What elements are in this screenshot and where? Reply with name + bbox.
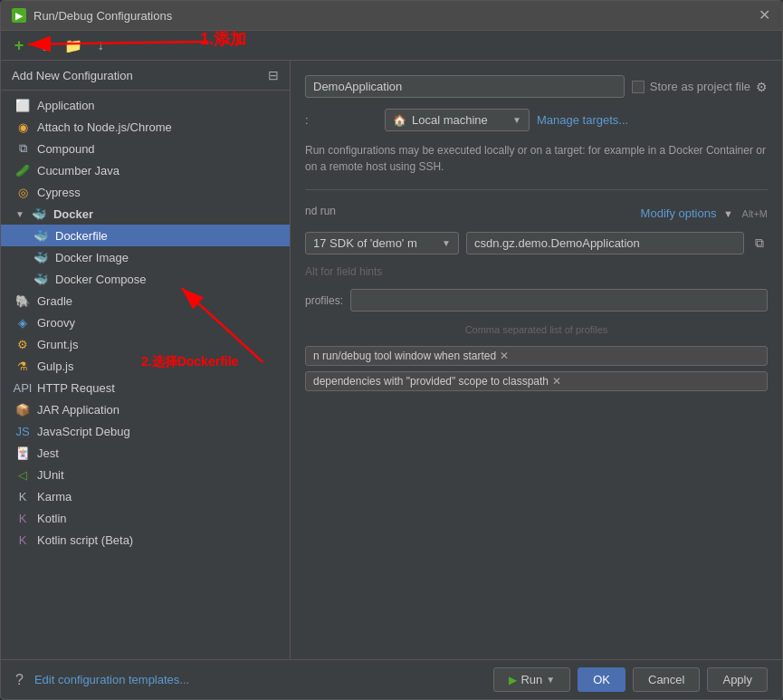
config-item-compound[interactable]: ⧉ Compound <box>1 138 290 159</box>
config-item-label: HTTP Request <box>37 381 115 395</box>
modify-options-dropdown[interactable]: ▼ <box>723 208 733 219</box>
config-item-label: Gradle <box>37 294 72 308</box>
config-item-label: Karma <box>37 490 72 503</box>
config-item-docker-image[interactable]: 🐳 Docker Image <box>1 246 290 268</box>
config-item-application[interactable]: ⬜ Application <box>1 94 290 116</box>
config-item-label: Groovy <box>37 316 75 330</box>
docker-compose-icon: 🐳 <box>33 272 48 286</box>
edit-templates-link[interactable]: Edit configuration templates... <box>34 673 189 686</box>
run-button[interactable]: ▶ Run ▼ <box>493 667 570 692</box>
bottom-bar: ? Edit configuration templates... ▶ Run … <box>1 659 782 699</box>
name-input[interactable] <box>305 75 625 98</box>
config-item-label: Jest <box>37 446 59 460</box>
sdk-dropdown[interactable]: 17 SDK of 'demo' m ▼ <box>305 232 459 254</box>
config-group-docker[interactable]: ▼ 🐳 Docker <box>1 203 290 225</box>
dockerfile-icon: 🐳 <box>33 228 48 243</box>
store-as-project-checkbox[interactable] <box>632 81 645 93</box>
sdk-label: 17 SDK of 'demo' m <box>313 236 417 250</box>
junit-icon: ◁ <box>15 467 30 482</box>
config-item-label: Compound <box>37 142 95 156</box>
config-item-docker-compose[interactable]: 🐳 Docker Compose <box>1 268 290 290</box>
chevron-down-icon: ▼ <box>15 209 24 219</box>
config-item-cypress[interactable]: ◎ Cypress <box>1 181 290 203</box>
config-item-karma[interactable]: K Karma <box>1 485 290 507</box>
dialog-title: Run/Debug Configurations <box>33 9 172 23</box>
add-config-label: Add New Configuration <box>12 69 133 82</box>
tag-close-2[interactable]: ✕ <box>552 375 561 388</box>
http-icon: API <box>15 380 30 395</box>
profiles-hint: Comma separated list of profiles <box>305 324 768 335</box>
config-item-javascript-debug[interactable]: JS JavaScript Debug <box>1 420 290 442</box>
target-label: Local machine <box>412 113 488 127</box>
sdk-row: 17 SDK of 'demo' m ▼ ⧉ <box>305 232 768 254</box>
tag-close-1[interactable]: ✕ <box>500 350 509 362</box>
js-debug-icon: JS <box>15 424 30 438</box>
config-item-gulpjs[interactable]: ⚗ Gulp.js <box>1 355 290 377</box>
house-icon: 🏠 <box>393 114 406 127</box>
tag-label-1: n run/debug tool window when started <box>313 350 496 362</box>
gradle-icon: 🐘 <box>15 293 30 308</box>
config-item-groovy[interactable]: ◈ Groovy <box>1 312 290 333</box>
config-item-kotlin-script[interactable]: K Kotlin script (Beta) <box>1 529 290 551</box>
cypress-icon: ◎ <box>15 185 30 199</box>
left-panel: Add New Configuration ⊟ ⬜ Application ◉ … <box>1 61 291 659</box>
section-divider <box>305 189 768 190</box>
target-colon: : <box>305 113 377 127</box>
jest-icon: 🃏 <box>15 446 30 460</box>
right-panel: Store as project file ⚙ : 🏠 Local machin… <box>291 61 782 659</box>
application-icon: ⬜ <box>15 98 30 112</box>
store-gear-icon[interactable]: ⚙ <box>756 80 768 94</box>
tag-chip-1: n run/debug tool window when started ✕ <box>305 346 768 366</box>
config-item-label: JUnit <box>37 468 64 482</box>
config-item-label: Attach to Node.js/Chrome <box>37 120 172 134</box>
ok-button[interactable]: OK <box>578 667 625 692</box>
hint-text: Alt for field hints <box>305 265 768 278</box>
config-item-gradle[interactable]: 🐘 Gradle <box>1 290 290 312</box>
config-item-label: Docker Compose <box>55 273 146 286</box>
dialog-icon: ▶ <box>12 8 26 23</box>
folder-button[interactable]: 📁 <box>62 34 84 56</box>
config-item-jar-application[interactable]: 📦 JAR Application <box>1 398 290 420</box>
manage-targets-link[interactable]: Manage targets... <box>537 113 628 127</box>
profiles-input[interactable] <box>350 289 768 312</box>
config-item-kotlin[interactable]: K Kotlin <box>1 507 290 529</box>
config-item-label: Application <box>37 99 95 112</box>
config-item-label: Cypress <box>37 186 81 199</box>
info-text: Run configurations may be executed local… <box>305 142 768 175</box>
config-item-dockerfile[interactable]: 🐳 Dockerfile <box>1 225 290 246</box>
run-label: Run <box>520 673 542 686</box>
cancel-button[interactable]: Cancel <box>633 667 700 692</box>
profiles-label: profiles: <box>305 294 343 307</box>
run-dropdown-arrow[interactable]: ▼ <box>546 675 555 685</box>
sdk-dropdown-arrow: ▼ <box>442 238 451 248</box>
compound-icon: ⧉ <box>15 141 30 156</box>
config-item-gruntjs[interactable]: ⚙ Grunt.js <box>1 333 290 355</box>
config-item-junit[interactable]: ◁ JUnit <box>1 464 290 485</box>
copy-to-clipboard-icon[interactable]: ⧉ <box>751 234 768 253</box>
tag-label-2: dependencies with "provided" scope to cl… <box>313 375 549 388</box>
config-item-attach-nodejs[interactable]: ◉ Attach to Node.js/Chrome <box>1 116 290 138</box>
sort-button[interactable]: ↕ <box>90 34 111 56</box>
name-row: Store as project file ⚙ <box>305 75 768 98</box>
filter-icon[interactable]: ⊟ <box>268 68 279 82</box>
config-item-label: Kotlin <box>37 512 67 525</box>
config-list: ⬜ Application ◉ Attach to Node.js/Chrome… <box>1 91 290 659</box>
apply-button[interactable]: Apply <box>707 667 768 692</box>
groovy-icon: ◈ <box>15 315 30 330</box>
close-button[interactable]: ✕ <box>759 9 771 22</box>
config-item-http-request[interactable]: API HTTP Request <box>1 377 290 398</box>
copy-configuration-button[interactable]: ⎘ <box>35 34 57 56</box>
add-configuration-button[interactable]: + <box>8 34 30 56</box>
config-item-cucumber-java[interactable]: 🥒 Cucumber Java <box>1 159 290 181</box>
jar-icon: 📦 <box>15 402 30 417</box>
main-class-input[interactable] <box>466 232 744 254</box>
docker-icon: 🐳 <box>32 206 46 221</box>
config-item-jest[interactable]: 🃏 Jest <box>1 442 290 464</box>
toolbar: + ⎘ 📁 ↕ <box>1 31 782 61</box>
nodejs-icon: ◉ <box>15 120 30 134</box>
dropdown-arrow-icon: ▼ <box>512 115 521 125</box>
target-dropdown[interactable]: 🏠 Local machine ▼ <box>385 109 530 131</box>
modify-options-link[interactable]: Modify options <box>641 206 717 220</box>
help-icon[interactable]: ? <box>15 672 24 688</box>
tags-section: n run/debug tool window when started ✕ d… <box>305 346 768 391</box>
